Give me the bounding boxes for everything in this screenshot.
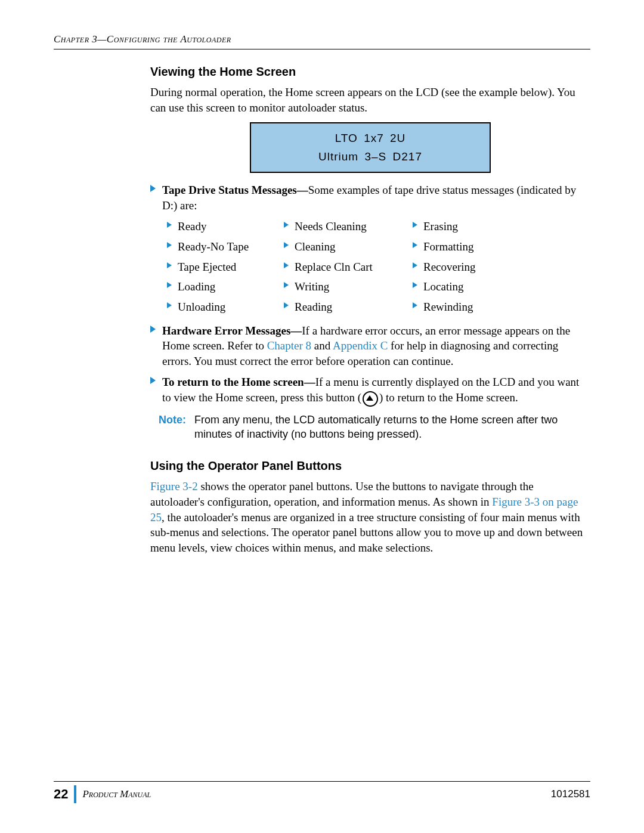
arrow-icon	[167, 262, 172, 268]
arrow-icon	[167, 222, 172, 228]
status-text: Recovering	[423, 261, 476, 273]
status-item: Recovering	[413, 259, 514, 275]
status-text: Cleaning	[295, 240, 336, 253]
arrow-icon	[413, 222, 417, 228]
status-item: Replace Cln Cart	[284, 259, 409, 275]
section-title-viewing: Viewing the Home Screen	[150, 64, 590, 80]
arrow-icon	[284, 262, 289, 268]
status-item: Ready-No Tape	[167, 239, 280, 255]
arrow-icon	[167, 282, 172, 288]
link-appendix-c[interactable]: Appendix C	[333, 339, 388, 352]
status-grid: Ready Needs Cleaning Erasing Ready-No Ta…	[167, 219, 590, 314]
status-text: Locating	[423, 280, 464, 293]
note-label: Note:	[159, 413, 186, 442]
status-text: Needs Cleaning	[295, 220, 367, 233]
status-item: Tape Ejected	[167, 259, 280, 275]
arrow-icon	[413, 302, 417, 308]
status-text: Writing	[295, 280, 329, 293]
note-block: Note: From any menu, the LCD automatical…	[159, 413, 590, 442]
lcd-line-1: LTO 1x7 2U	[263, 129, 478, 147]
return-home-t2: ) to return to the Home screen.	[379, 391, 518, 404]
status-item: Needs Cleaning	[284, 219, 409, 234]
home-button-icon	[363, 391, 378, 407]
status-text: Unloading	[178, 301, 225, 313]
running-head: Chapter 3—Configuring the Autoloader	[54, 33, 590, 45]
bullet-return-home: To return to the Home screen—If a menu i…	[150, 374, 590, 406]
status-item: Cleaning	[284, 239, 409, 255]
bullet-tape-status: Tape Drive Status Messages—Some examples…	[150, 182, 590, 213]
footer-divider	[74, 785, 76, 803]
page: Chapter 3—Configuring the Autoloader Vie…	[0, 0, 644, 833]
arrow-icon	[150, 185, 156, 192]
status-text: Reading	[295, 301, 332, 313]
arrow-icon	[150, 377, 156, 384]
link-chapter-8[interactable]: Chapter 8	[267, 339, 311, 352]
section2-body: Figure 3-2 shows the operator panel butt…	[150, 479, 590, 555]
section2-t1: shows the operator panel buttons. Use th…	[150, 480, 534, 508]
status-item: Locating	[413, 279, 514, 295]
arrow-icon	[284, 302, 289, 308]
section1-intro: During normal operation, the Home screen…	[150, 85, 590, 115]
status-text: Ready	[178, 220, 207, 233]
tape-status-lead-bold: Tape Drive Status Messages—	[162, 184, 308, 196]
arrow-icon	[413, 282, 417, 288]
status-item: Reading	[284, 299, 409, 315]
status-item: Ready	[167, 219, 280, 234]
link-figure-3-2[interactable]: Figure 3-2	[150, 480, 198, 493]
footer-row: 22 Product Manual 1012581	[54, 785, 590, 803]
status-item: Writing	[284, 279, 409, 295]
status-item: Erasing	[413, 219, 514, 234]
arrow-icon	[150, 326, 156, 333]
status-text: Rewinding	[423, 301, 473, 313]
status-text: Tape Ejected	[178, 261, 236, 273]
status-text: Replace Cln Cart	[295, 261, 373, 273]
status-text: Formatting	[423, 240, 473, 253]
arrow-icon	[413, 262, 417, 268]
lcd-wrap: LTO 1x7 2U Ultrium 3–S D217	[150, 122, 590, 173]
arrow-icon	[284, 222, 289, 228]
hw-error-lead-bold: Hardware Error Messages—	[162, 324, 302, 337]
status-item: Rewinding	[413, 299, 514, 315]
arrow-icon	[284, 242, 289, 248]
status-text: Ready-No Tape	[178, 240, 249, 253]
note-text: From any menu, the LCD automatically ret…	[194, 413, 590, 442]
section2-t2: , the autoloader's menus are organized i…	[150, 511, 583, 554]
footer-rule	[54, 781, 590, 782]
arrow-icon	[167, 302, 172, 308]
lcd-line-2: Ultrium 3–S D217	[263, 148, 478, 166]
bullet-hw-error: Hardware Error Messages—If a hardware er…	[150, 323, 590, 369]
footer-docnum: 1012581	[551, 788, 590, 800]
footer: 22 Product Manual 1012581	[54, 781, 590, 803]
status-item: Formatting	[413, 239, 514, 255]
arrow-icon	[284, 282, 289, 288]
footer-title: Product Manual	[82, 788, 550, 800]
return-home-lead-bold: To return to the Home screen—	[162, 376, 315, 388]
arrow-icon	[167, 242, 172, 248]
arrow-icon	[413, 242, 417, 248]
status-item: Unloading	[167, 299, 280, 315]
hw-error-t2: and	[311, 339, 333, 352]
section-title-operator-buttons: Using the Operator Panel Buttons	[150, 458, 590, 474]
status-text: Erasing	[423, 220, 458, 233]
status-item: Loading	[167, 279, 280, 295]
page-number: 22	[54, 786, 74, 802]
status-text: Loading	[178, 280, 215, 293]
content-column: Viewing the Home Screen During normal op…	[150, 64, 590, 556]
lcd-display: LTO 1x7 2U Ultrium 3–S D217	[250, 122, 491, 173]
head-rule	[54, 49, 590, 49]
